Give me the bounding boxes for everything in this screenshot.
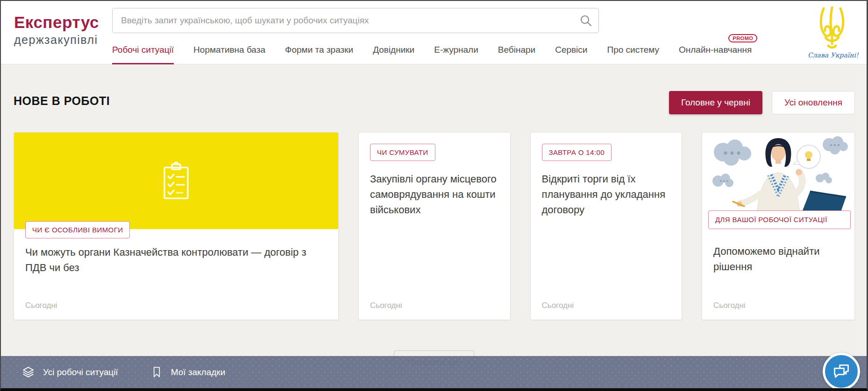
- card-date: Сьогодні: [25, 301, 57, 310]
- layers-icon: [22, 366, 35, 378]
- checklist-clipboard-icon: [161, 161, 191, 201]
- bar-item-label: Усі робочі ситуації: [43, 367, 118, 377]
- trident-emblem: Слава Україні!: [808, 5, 856, 59]
- card-tag: ЧИ Є ОСОБЛИВІ ВИМОГИ: [25, 221, 130, 238]
- card-tag: ДЛЯ ВАШОЇ РОБОЧОЇ СИТУАЦІЇ: [708, 210, 851, 229]
- search-bar: [112, 8, 599, 33]
- page-title: НОВЕ В РОБОТІ: [14, 94, 110, 108]
- assistant-illustration: [702, 133, 854, 213]
- main-of-june-button[interactable]: Головне у червні: [669, 91, 762, 114]
- all-updates-button[interactable]: Усі оновлення: [772, 91, 855, 114]
- trident-icon: [812, 5, 852, 50]
- card-title: Чи можуть органи Казначейства контролюва…: [25, 244, 320, 275]
- card-date: Сьогодні: [370, 301, 402, 310]
- brand-subtitle: держзакупівлі: [14, 33, 99, 47]
- search-icon[interactable]: [579, 14, 592, 27]
- card-title: Допоможемо віднайти рішення: [713, 244, 844, 274]
- news-cards: ЧИ Є ОСОБЛИВІ ВИМОГИ Чи можуть органи Ка…: [14, 132, 855, 320]
- chat-bubbles-icon: [832, 363, 850, 380]
- card-tag: ЧИ СУМУВАТИ: [370, 144, 435, 161]
- card-local-government-procurement[interactable]: ЧИ СУМУВАТИ Закупівлі органу місцевого с…: [358, 132, 511, 320]
- bookmark-icon: [151, 366, 163, 378]
- card-treasury-control[interactable]: ЧИ Є ОСОБЛИВІ ВИМОГИ Чи можуть органи Ка…: [14, 132, 339, 320]
- header: Експертус держзакупівлі Робочі ситуації …: [1, 1, 867, 64]
- bottom-bar: Усі робочі ситуації Мої закладки: [1, 356, 867, 388]
- nav-item-vebinary[interactable]: Вебінари: [498, 45, 535, 63]
- bar-item-label: Мої закладки: [171, 367, 226, 377]
- nav-item-servisy[interactable]: Сервіси: [555, 45, 587, 63]
- nav-item-e-zhurnaly[interactable]: Е-журнали: [434, 45, 478, 63]
- brand-logo[interactable]: Експертус держзакупівлі: [14, 13, 99, 47]
- card-title: Відкриті торги від їх планування до укла…: [542, 171, 671, 217]
- promo-badge: PROMO: [728, 34, 757, 42]
- main-nav: Робочі ситуації Нормативна база Форми та…: [112, 45, 752, 64]
- app-window: Експертус держзакупівлі Робочі ситуації …: [0, 0, 868, 391]
- card-title: Закупівлі органу місцевого самоврядуванн…: [370, 171, 499, 217]
- card-find-solution[interactable]: ДЛЯ ВАШОЇ РОБОЧОЇ СИТУАЦІЇ Допоможемо ві…: [702, 132, 855, 320]
- my-bookmarks-link[interactable]: Мої закладки: [151, 366, 226, 378]
- nav-item-formy-ta-zrazky[interactable]: Форми та зразки: [285, 45, 353, 63]
- nav-item-dovidnyky[interactable]: Довідники: [373, 45, 414, 63]
- all-work-situations-link[interactable]: Усі робочі ситуації: [22, 366, 118, 378]
- nav-item-label: Онлайн-навчання: [679, 45, 752, 55]
- brand-title: Експертус: [14, 13, 99, 32]
- card-date: Сьогодні: [713, 301, 746, 310]
- nav-item-online-navchannia[interactable]: PROMO Онлайн-навчання: [679, 45, 752, 63]
- chat-button[interactable]: [823, 353, 860, 390]
- card-open-bidding[interactable]: ЗАВТРА О 14:00 Відкриті торги від їх пла…: [530, 132, 683, 320]
- search-input[interactable]: [112, 8, 599, 33]
- nav-item-pro-systemu[interactable]: Про систему: [607, 45, 659, 63]
- section-buttons: Головне у червні Усі оновлення: [669, 91, 855, 114]
- flag-caption: Слава Україні!: [808, 51, 856, 59]
- card-date: Сьогодні: [542, 301, 574, 310]
- card-tag: ЗАВТРА О 14:00: [542, 144, 612, 161]
- nav-item-normatyvna-baza[interactable]: Нормативна база: [193, 45, 265, 63]
- card-yellow-banner: [14, 133, 338, 229]
- nav-item-robochi-sytuatsii[interactable]: Робочі ситуації: [112, 45, 174, 64]
